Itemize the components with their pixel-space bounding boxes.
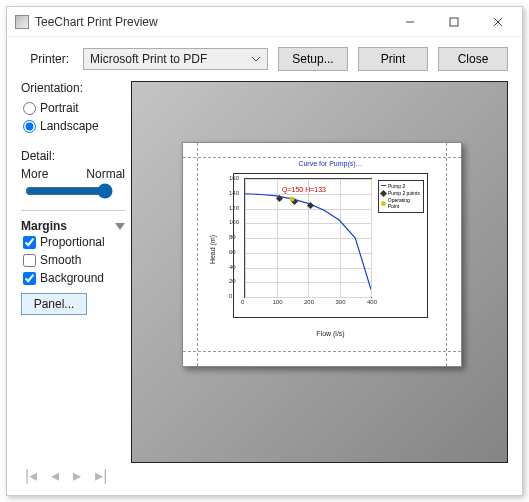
page-preview[interactable]: Curve for Pump(s)… Head (m) Flow (l/s) Q… [182,142,462,367]
last-page-icon[interactable]: ▸| [95,466,107,485]
background-check[interactable]: Background [23,271,125,285]
sidebar: Orientation: Portrait Landscape Detail: … [21,81,125,463]
preview-area: Curve for Pump(s)… Head (m) Flow (l/s) Q… [131,81,508,463]
smooth-check[interactable]: Smooth [23,253,125,267]
close-window-button[interactable] [476,8,520,36]
svg-rect-1 [450,18,458,26]
panel-button[interactable]: Panel... [21,293,87,315]
maximize-button[interactable] [432,8,476,36]
collapse-icon[interactable] [115,223,125,230]
detail-more-label: More [21,167,48,181]
next-page-icon[interactable]: ▸ [73,466,81,485]
chart-title: Curve for Pump(s)… [234,160,427,167]
window-title: TeeChart Print Preview [35,15,388,29]
pager: |◂ ◂ ▸ ▸| [21,463,508,487]
x-axis-label: Flow (l/s) [234,330,427,337]
orientation-label: Orientation: [21,81,125,95]
printer-value: Microsoft Print to PDF [90,52,207,66]
first-page-icon[interactable]: |◂ [25,466,37,485]
close-button[interactable]: Close [438,47,508,71]
legend: Pump 2Pump 2 pointsOperating Point [378,180,424,213]
setup-button[interactable]: Setup... [278,47,348,71]
chart: Curve for Pump(s)… Head (m) Flow (l/s) Q… [233,173,428,318]
prev-page-icon[interactable]: ◂ [51,466,59,485]
landscape-radio[interactable]: Landscape [23,119,125,133]
minimize-button[interactable] [388,8,432,36]
print-button[interactable]: Print [358,47,428,71]
detail-slider[interactable] [25,183,113,199]
chevron-down-icon [251,53,261,67]
portrait-radio[interactable]: Portrait [23,101,125,115]
printer-label: Printer: [21,52,69,66]
detail-label: Detail: [21,149,125,163]
detail-normal-label: Normal [86,167,125,181]
printer-combo[interactable]: Microsoft Print to PDF [83,48,268,70]
print-preview-window: TeeChart Print Preview Printer: Microsof… [6,6,523,496]
margins-label: Margins [21,219,67,233]
app-icon [15,15,29,29]
titlebar: TeeChart Print Preview [7,7,522,37]
plot-area: 0100200300400020406080100120140160 [244,178,372,298]
proportional-check[interactable]: Proportional [23,235,125,249]
y-axis-label: Head (m) [209,234,216,263]
